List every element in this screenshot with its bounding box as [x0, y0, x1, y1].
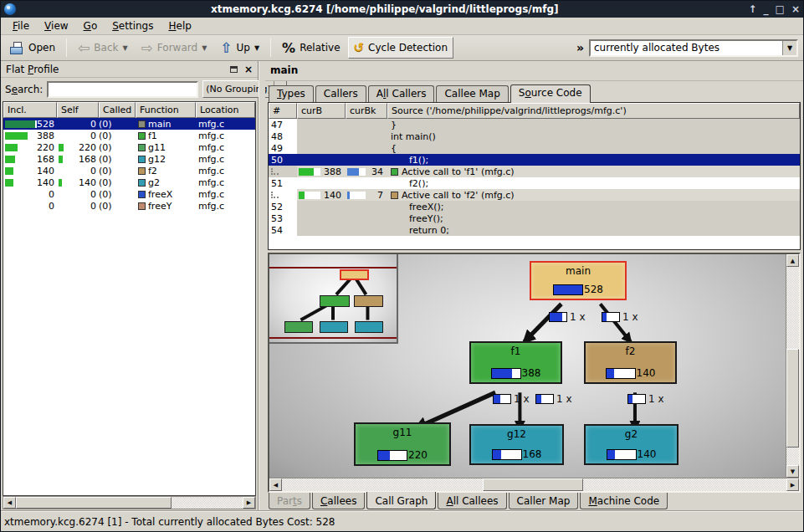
table-row[interactable]: 388 0 (0) f1 mfg.c	[3, 130, 255, 141]
cycle-detection-icon: ↺	[354, 40, 365, 55]
scroll-up-icon[interactable]: ▲	[786, 254, 799, 267]
source-line[interactable]: 47 }	[269, 119, 800, 130]
scroll-left-icon[interactable]: ◀	[3, 497, 16, 509]
scrollbar-thumb[interactable]	[16, 497, 172, 509]
graph-hscrollbar[interactable]: ◀ ▶	[269, 478, 799, 491]
source-call-row[interactable]: 388 34 Active call to 'f1' (mfg.c)	[269, 166, 800, 177]
minimize-icon[interactable]: _	[764, 3, 769, 15]
tab-call-graph[interactable]: Call Graph	[366, 492, 436, 509]
graph-vscrollbar[interactable]: ▲ ▼	[786, 254, 799, 478]
minimap-node-g12	[320, 321, 348, 333]
tab-source-code[interactable]: Source Code	[510, 84, 591, 103]
tab-callee-map[interactable]: Callee Map	[436, 85, 508, 102]
call-graph-canvas[interactable]: main 528 f1 388 f2 140 g11	[269, 254, 786, 478]
scroll-right-icon[interactable]: ▶	[786, 478, 799, 491]
panel-splitter[interactable]	[259, 61, 265, 511]
scroll-left-icon[interactable]: ◀	[269, 478, 282, 491]
tab-all-callers[interactable]: All Callers	[368, 85, 435, 102]
tab-types[interactable]: Types	[269, 85, 314, 102]
menu-file[interactable]: File	[6, 18, 36, 33]
toolbar-overflow-chevron[interactable]: »	[573, 41, 587, 54]
scroll-down-icon[interactable]: ▼	[786, 465, 799, 478]
dock-header[interactable]: Flat Profile ×	[1, 61, 258, 78]
up-button[interactable]: ⇧ Up ▼	[214, 38, 265, 59]
tab-callees[interactable]: Callees	[312, 493, 365, 509]
source-line[interactable]: 54 return 0;	[269, 224, 800, 236]
table-row[interactable]: 168 168 (0) g12 mfg.c	[3, 153, 255, 165]
table-row[interactable]: 0 0 (0) freeY mfg.c	[3, 200, 255, 212]
tab-parts[interactable]: Parts	[269, 493, 310, 509]
graph-minimap[interactable]	[269, 254, 398, 344]
menu-help[interactable]: Help	[161, 18, 197, 33]
menu-settings[interactable]: Settings	[105, 18, 160, 33]
column-curbk[interactable]: curBk	[346, 103, 387, 119]
source-line[interactable]: 48 int main()	[269, 130, 800, 142]
open-button[interactable]: Open	[4, 38, 61, 58]
menu-view[interactable]: View	[38, 18, 74, 33]
column-source[interactable]: Source ('/home/philippe/valgrind/littlep…	[387, 103, 800, 119]
column-incl[interactable]: Incl.	[3, 102, 57, 118]
graph-node-g12[interactable]: g12 168	[469, 424, 564, 465]
scrollbar-thumb[interactable]	[483, 478, 583, 491]
graph-node-f2[interactable]: f2 140	[584, 341, 677, 384]
toolbar-separator	[66, 38, 67, 57]
graph-node-f1[interactable]: f1 388	[469, 341, 562, 384]
shade-icon[interactable]: ↑	[749, 3, 757, 15]
dock-close-icon[interactable]: ×	[244, 65, 253, 74]
column-location[interactable]: Location	[196, 102, 255, 118]
source-call-row[interactable]: 140 7 Active call to 'f2' (mfg.c)	[269, 189, 800, 201]
tab-all-callees[interactable]: All Callees	[438, 493, 506, 509]
source-line[interactable]: 49 {	[269, 142, 800, 154]
call-branch-icon	[271, 192, 279, 198]
float-icon[interactable]	[230, 66, 238, 73]
graph-node-main[interactable]: main 528	[530, 261, 627, 300]
back-button[interactable]: ⇦ Back ▼	[72, 38, 134, 59]
toolbar-separator	[270, 38, 271, 57]
source-line[interactable]: 53 freeY();	[269, 212, 800, 224]
function-color-icon	[138, 156, 146, 163]
tab-callers[interactable]: Callers	[315, 85, 366, 102]
column-function[interactable]: Function	[136, 102, 196, 118]
table-row[interactable]: 528 0 (0) main mfg.c	[3, 118, 255, 130]
cycle-detection-button[interactable]: ↺ Cycle Detection	[348, 37, 453, 59]
forward-button[interactable]: ⇨ Forward ▼	[136, 38, 213, 59]
flat-profile-hscrollbar[interactable]: ◀ ▶	[3, 496, 256, 509]
combo-dropdown-icon[interactable]: ▼	[782, 41, 796, 55]
up-dropdown-icon[interactable]: ▼	[254, 44, 259, 52]
edge-label-main-f1: 1 x	[549, 311, 586, 323]
table-row[interactable]: 140 0 (0) f2 mfg.c	[3, 165, 255, 176]
source-line-selected[interactable]: 50 f1();	[269, 154, 800, 166]
statusbar: xtmemory.kcg.6274 [1] - Total currently …	[1, 511, 803, 531]
function-color-icon	[138, 144, 146, 151]
source-line[interactable]: 52 freeX();	[269, 201, 800, 212]
function-color-icon	[138, 191, 146, 198]
relative-toggle-button[interactable]: % Relative	[276, 37, 346, 59]
scrollbar-thumb[interactable]	[786, 349, 799, 448]
tab-caller-map[interactable]: Caller Map	[509, 493, 579, 509]
function-color-icon	[138, 132, 146, 140]
call-branch-icon	[271, 168, 279, 175]
forward-icon: ⇨	[141, 41, 153, 55]
column-line[interactable]: #	[269, 103, 297, 119]
graph-node-g2[interactable]: g2 140	[584, 424, 679, 465]
tab-machine-code[interactable]: Machine Code	[580, 493, 668, 509]
menu-go[interactable]: Go	[77, 18, 105, 33]
search-input[interactable]	[47, 81, 198, 98]
edge-label-main-f2: 1 x	[602, 311, 638, 323]
column-curb[interactable]: curB	[297, 103, 346, 119]
flat-profile-panel: Flat Profile × Search: (No Grouping) ▼ I…	[1, 61, 259, 511]
graph-node-g11[interactable]: g11 220	[354, 422, 451, 466]
table-row[interactable]: 140 140 (0) g2 mfg.c	[3, 176, 255, 188]
edge-label-f1-g12: 1 x	[535, 393, 572, 405]
table-row[interactable]: 220 220 (0) g11 mfg.c	[3, 141, 255, 153]
column-self[interactable]: Self	[57, 102, 99, 118]
bottom-tabs: Parts Callees Call Graph All Callees Cal…	[265, 493, 803, 511]
maximize-icon[interactable]: □	[776, 3, 785, 15]
source-header: # curB curBk Source ('/home/philippe/val…	[269, 103, 800, 119]
close-icon[interactable]: ×	[791, 3, 800, 15]
column-called[interactable]: Called	[99, 102, 136, 118]
source-line[interactable]: 51 f2();	[269, 177, 800, 189]
event-type-select[interactable]: currently allocated Bytes ▼	[589, 39, 798, 57]
table-row[interactable]: 0 0 (0) freeX mfg.c	[3, 188, 255, 200]
scroll-right-icon[interactable]: ▶	[243, 497, 255, 509]
